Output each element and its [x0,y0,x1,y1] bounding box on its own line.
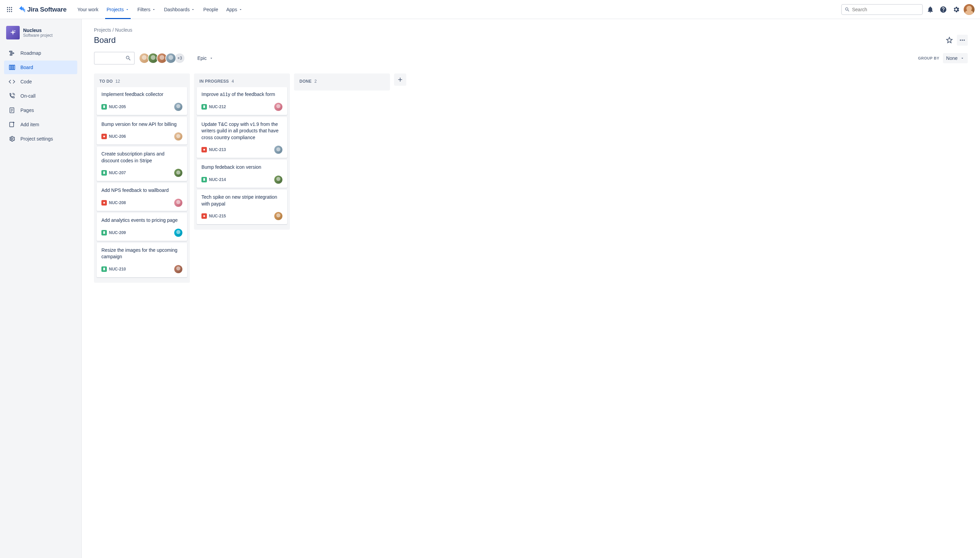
issue-card[interactable]: Bump version for new API for billingNUC-… [97,117,187,145]
svg-rect-14 [11,65,13,69]
card-title: Tech spike on new stripe integration wit… [202,194,282,207]
svg-point-5 [11,9,12,10]
group-by-label: GROUP BY [918,56,939,60]
assignee-avatar[interactable] [274,146,282,154]
story-icon [102,104,107,110]
assignee-avatar[interactable] [274,103,282,111]
card-title: Add NPS feedback to wallboard [102,187,182,194]
plus-icon [397,76,404,83]
card-title: Implement feedback collector [102,91,182,98]
issue-card[interactable]: Improve a11y of the feedback formNUC-212 [197,87,287,115]
column-count: 12 [115,79,120,84]
nav-projects[interactable]: Projects [102,0,133,19]
epic-filter[interactable]: Epic [194,53,217,63]
column-count: 2 [314,79,317,84]
group-by-select[interactable]: None [943,53,968,63]
search-input[interactable] [852,7,919,12]
global-search[interactable] [841,4,923,15]
logo-text: Jira Software [27,6,66,13]
sidebar-item-add[interactable]: Add item [4,118,77,131]
issue-key: NUC-215 [209,214,226,218]
board-search[interactable] [94,52,135,65]
breadcrumb-current[interactable]: Nucleus [115,27,132,33]
chevron-down-icon [960,56,964,60]
sidebar-item-settings[interactable]: Project settings [4,132,77,146]
issue-key: NUC-205 [109,105,126,109]
chevron-down-icon [191,8,195,11]
issue-key: NUC-209 [109,230,126,235]
issue-card[interactable]: Implement feedback collectorNUC-205 [97,87,187,115]
svg-point-1 [9,7,10,8]
profile-avatar[interactable] [964,4,975,15]
assignee-avatar[interactable] [274,176,282,184]
more-actions-button[interactable] [957,35,968,46]
svg-rect-13 [10,65,11,69]
bug-icon [102,200,107,205]
assignee-avatar[interactable] [174,199,182,207]
app-switcher-icon[interactable] [5,5,14,14]
issue-card[interactable]: Tech spike on new stripe integration wit… [197,190,287,224]
search-icon [845,7,850,12]
svg-point-26 [964,39,965,41]
svg-point-28 [103,202,105,204]
help-icon[interactable] [938,4,949,15]
oncall-icon [8,92,16,100]
search-icon [125,55,131,61]
sidebar-item-code[interactable]: Code [4,75,77,89]
story-icon [102,230,107,235]
add-column-button[interactable] [394,74,406,86]
nav-apps[interactable]: Apps [222,0,247,19]
card-title: Bump fedeback icon version [202,164,282,171]
assignee-filter-avatar[interactable] [165,53,176,64]
column-title: DONE [299,79,312,84]
main-content: Projects / Nucleus Board +3 Epic [82,19,980,558]
nav-your-work[interactable]: Your work [73,0,102,19]
board-columns: TO DO 12 Implement feedback collectorNUC… [94,74,968,283]
issue-card[interactable]: Add NPS feedback to wallboardNUC-208 [97,183,187,211]
sidebar-item-oncall[interactable]: On-call [4,89,77,103]
assignee-avatar[interactable] [174,169,182,177]
svg-point-9 [14,30,16,32]
notifications-icon[interactable] [925,4,936,15]
project-header[interactable]: Nucleus Software project [4,26,77,46]
svg-point-8 [11,11,12,12]
nav-filters[interactable]: Filters [133,0,160,19]
issue-card[interactable]: Create subscription plans and discount c… [97,147,187,181]
svg-point-29 [204,149,205,151]
board-icon [8,64,16,71]
issue-card[interactable]: Add analytics events to pricing pageNUC-… [97,213,187,241]
card-title: Update T&C copy with v1.9 from the write… [202,121,282,141]
svg-point-25 [962,39,963,41]
project-name: Nucleus [23,28,53,33]
column-done: DONE 2 [294,74,390,90]
sidebar-item-board[interactable]: Board [4,61,77,74]
page-title: Board [94,35,116,45]
story-icon [102,266,107,272]
assignee-avatar[interactable] [274,212,282,220]
jira-logo[interactable]: Jira Software [18,5,66,14]
sidebar-item-roadmap[interactable]: Roadmap [4,46,77,60]
issue-card[interactable]: Resize the images for the upcoming campa… [97,243,187,277]
star-button[interactable] [944,35,955,46]
chevron-down-icon [238,8,243,11]
svg-rect-11 [11,53,14,54]
column-title: IN PROGRESS [199,79,229,84]
issue-card[interactable]: Bump fedeback icon versionNUC-214 [197,160,287,188]
assignee-avatar[interactable] [174,265,182,273]
breadcrumb-projects[interactable]: Projects [94,27,111,33]
issue-card[interactable]: Update T&C copy with v1.9 from the write… [197,117,287,158]
card-title: Improve a11y of the feedback form [202,91,282,98]
column-todo: TO DO 12 Implement feedback collectorNUC… [94,74,190,283]
assignee-avatar[interactable] [174,103,182,111]
svg-rect-15 [13,65,15,69]
assignee-avatar[interactable] [174,132,182,141]
assignee-avatar[interactable] [174,229,182,237]
issue-key: NUC-214 [209,177,226,182]
nav-dashboards[interactable]: Dashboards [160,0,199,19]
svg-point-2 [11,7,12,8]
settings-icon[interactable] [951,4,962,15]
nav-people[interactable]: People [199,0,222,19]
sidebar-item-pages[interactable]: Pages [4,103,77,117]
code-icon [8,78,16,85]
svg-rect-12 [10,54,12,56]
